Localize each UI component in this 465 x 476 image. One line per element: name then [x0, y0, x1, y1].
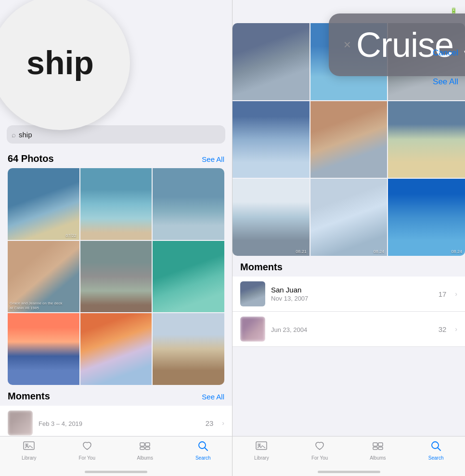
see-all-button[interactable]: See All — [433, 77, 458, 87]
foryou-label: For You — [311, 455, 328, 461]
photo-cell[interactable] — [80, 241, 152, 313]
photo-cell[interactable]: 07/22 — [8, 168, 79, 240]
cancel-button[interactable]: Cancel — [433, 48, 458, 58]
photo-thumb — [153, 168, 224, 240]
photo-thumb — [80, 241, 152, 313]
albums-icon — [139, 440, 151, 454]
photo-thumb — [8, 168, 79, 240]
photo-cell[interactable] — [153, 241, 224, 313]
photo-cell[interactable] — [388, 101, 465, 178]
search-icon: ⌕ — [12, 131, 16, 139]
library-label: Library — [254, 455, 269, 461]
foryou-label: For You — [79, 455, 95, 461]
moment-thumb-image — [8, 410, 33, 436]
photo-thumb — [388, 179, 465, 256]
search-tab-icon — [430, 440, 442, 454]
moment-thumb — [8, 410, 33, 436]
magnified-word: ship — [26, 44, 94, 81]
photo-cell[interactable] — [310, 101, 388, 178]
svg-rect-6 — [145, 447, 150, 450]
clear-icon: ✕ — [343, 39, 351, 51]
svg-point-2 — [26, 444, 27, 446]
moment-date: Nov 13, 2007 — [271, 295, 433, 302]
photo-thumb — [232, 23, 310, 100]
moment-title: San Juan — [271, 286, 433, 294]
photo-thumb — [80, 313, 152, 385]
moment-date: Jun 23, 2004 — [271, 326, 433, 333]
svg-rect-13 — [373, 447, 377, 450]
left-phone-panel: ship ⌕ 64 Photos See All 07/22 — [0, 0, 232, 476]
photo-thumb — [232, 179, 310, 256]
library-icon — [256, 440, 267, 454]
right-moments-header: Moments — [232, 256, 465, 277]
photo-timestamp: 08.24 — [374, 249, 385, 254]
tab-foryou[interactable]: For You — [291, 440, 349, 461]
moment-thumb-image — [240, 281, 265, 306]
magnified-search-bubble: ship — [0, 0, 130, 130]
photo-thumb — [310, 101, 388, 178]
albums-label: Albums — [137, 455, 153, 461]
tab-library[interactable]: Library — [0, 440, 58, 461]
svg-rect-11 — [373, 443, 377, 446]
tab-foryou[interactable]: For You — [58, 440, 116, 461]
photo-cell[interactable] — [153, 168, 224, 240]
search-bar-container: ⌕ — [0, 125, 232, 144]
home-indicator — [85, 471, 147, 473]
photo-cell[interactable] — [232, 101, 310, 178]
moments-see-all[interactable]: See All — [202, 393, 224, 401]
moment-date: Feb 3 – 4, 2019 — [39, 420, 200, 427]
photo-cell[interactable]: 08.24 — [388, 179, 465, 256]
search-bar[interactable]: ⌕ — [7, 125, 225, 144]
magnified-search-pill: ✕ Cruise Ship — [329, 13, 465, 76]
search-input[interactable] — [19, 131, 220, 139]
photos-count: 64 Photos — [8, 153, 54, 164]
photo-timestamp: 08.24 — [451, 249, 462, 254]
left-photo-grid: 07/22 Grace and Jeanne on the deckat Cab… — [8, 168, 224, 385]
photo-thumb — [232, 101, 310, 178]
moment-count: 17 — [439, 290, 447, 298]
photo-thumb — [153, 241, 224, 313]
tab-search[interactable]: Search — [174, 440, 232, 461]
moments-title: Moments — [8, 391, 50, 402]
library-icon — [23, 440, 35, 454]
right-moments-title: Moments — [240, 262, 283, 273]
photo-cell[interactable]: Grace and Jeanne on the deckat Cabin #8 … — [8, 241, 79, 313]
svg-rect-3 — [140, 443, 144, 446]
photo-cell[interactable] — [8, 313, 79, 385]
battery-icon: 🔋 — [450, 7, 457, 14]
photo-timestamp: 08.21 — [296, 249, 307, 254]
photo-cell[interactable] — [153, 313, 224, 385]
photo-cell[interactable]: 08.21 — [232, 179, 310, 256]
moment-row-blurred[interactable]: Jun 23, 2004 32 › — [232, 312, 465, 347]
albums-icon — [372, 440, 384, 454]
photo-cell[interactable] — [80, 168, 152, 240]
search-label: Search — [428, 455, 444, 461]
tab-albums[interactable]: Albums — [349, 440, 407, 461]
search-label: Search — [195, 455, 211, 461]
right-content-area: 08.21 08.24 08.24 Moments San Juan — [232, 23, 465, 476]
library-label: Library — [22, 455, 37, 461]
photo-cell[interactable]: 08.24 — [310, 179, 388, 256]
tab-library[interactable]: Library — [232, 440, 291, 461]
moment-info: Jun 23, 2004 — [271, 325, 433, 333]
right-phone-panel: 🔋 ✕ Cruise Ship Cancel See All — [232, 0, 465, 476]
moment-info: Feb 3 – 4, 2019 — [39, 419, 200, 427]
moment-thumb-image — [240, 317, 265, 342]
photo-cell[interactable] — [80, 313, 152, 385]
right-moments-list: San Juan Nov 13, 2007 17 › Jun 23, 2004 … — [232, 277, 465, 347]
magnified-phrase: Cruise Ship — [356, 25, 465, 65]
moment-chevron-icon: › — [455, 325, 457, 333]
photo-cell[interactable] — [232, 23, 310, 100]
moment-row-sanjuan[interactable]: San Juan Nov 13, 2007 17 › — [232, 277, 465, 312]
tab-albums[interactable]: Albums — [116, 440, 174, 461]
photo-timestamp: 07/22 — [65, 233, 77, 238]
tab-search[interactable]: Search — [407, 440, 465, 461]
svg-rect-5 — [140, 447, 144, 450]
photo-thumb — [80, 168, 152, 240]
photos-see-all[interactable]: See All — [202, 155, 224, 163]
svg-rect-12 — [378, 443, 383, 446]
svg-point-10 — [258, 444, 260, 446]
left-tab-bar: Library For You Albums Search — [0, 436, 232, 476]
moment-info: San Juan Nov 13, 2007 — [271, 286, 433, 302]
left-content-area: 64 Photos See All 07/22 Grace and Jeanne… — [0, 147, 232, 476]
